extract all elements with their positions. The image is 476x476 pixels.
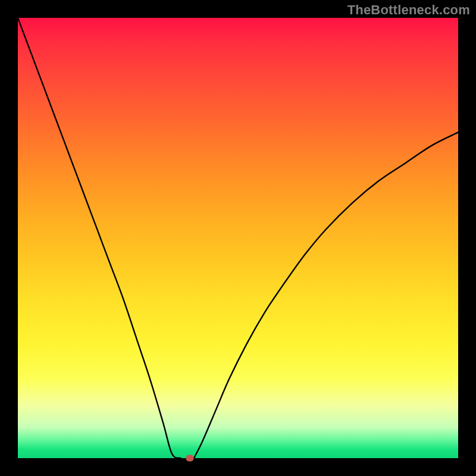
curve-left-branch [18,18,181,458]
plot-area [18,18,458,458]
chart-container: TheBottleneck.com [0,0,476,476]
watermark-text: TheBottleneck.com [347,2,470,18]
minimum-marker [186,455,193,462]
curves-svg [18,18,458,458]
curve-right-branch [194,132,458,458]
